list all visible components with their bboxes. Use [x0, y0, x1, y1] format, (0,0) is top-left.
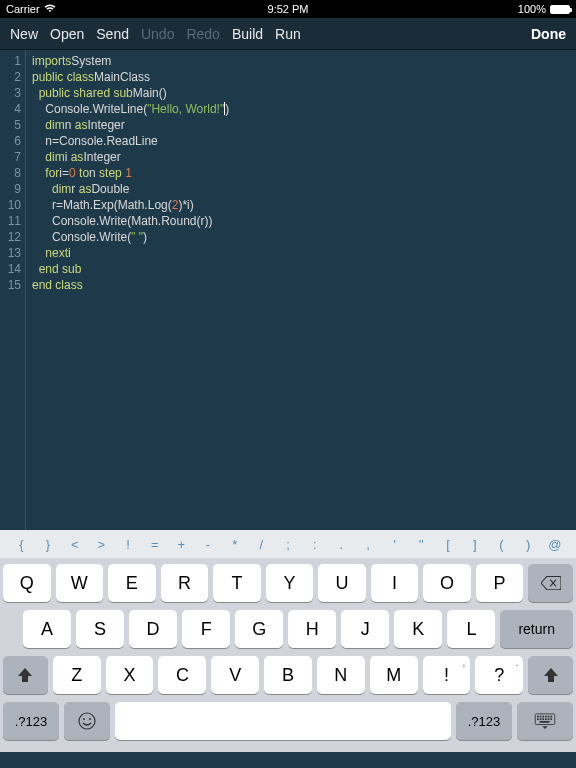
key-m[interactable]: M	[370, 656, 418, 694]
key-t[interactable]: T	[213, 564, 261, 602]
symbol-key[interactable]: {	[8, 537, 35, 552]
send-button[interactable]: Send	[96, 26, 129, 42]
svg-rect-13	[545, 718, 547, 720]
redo-button[interactable]: Redo	[186, 26, 219, 42]
svg-rect-10	[537, 718, 539, 720]
toolbar: New Open Send Undo Redo Build Run Done	[0, 18, 576, 50]
key-punct[interactable]: ?.	[475, 656, 523, 694]
emoji-key[interactable]	[64, 702, 110, 740]
svg-rect-9	[550, 716, 552, 718]
svg-rect-6	[542, 716, 544, 718]
undo-button[interactable]: Undo	[141, 26, 174, 42]
key-g[interactable]: G	[235, 610, 283, 648]
symbol-key[interactable]: ;	[275, 537, 302, 552]
new-button[interactable]: New	[10, 26, 38, 42]
symbol-key[interactable]: :	[301, 537, 328, 552]
svg-rect-11	[540, 718, 542, 720]
keyboard: QWERTYUIOP ASDFGHJKLreturn ZXCVBNM!,?. .…	[0, 558, 576, 752]
symbol-key[interactable]: }	[35, 537, 62, 552]
key-j[interactable]: J	[341, 610, 389, 648]
code-editor[interactable]: 123456789101112131415 importsSystempubli…	[0, 50, 576, 530]
key-y[interactable]: Y	[266, 564, 314, 602]
key-u[interactable]: U	[318, 564, 366, 602]
key-f[interactable]: F	[182, 610, 230, 648]
symbol-key[interactable]: =	[141, 537, 168, 552]
symbol-key[interactable]: [	[435, 537, 462, 552]
run-button[interactable]: Run	[275, 26, 301, 42]
symbol-key[interactable]: ]	[461, 537, 488, 552]
svg-rect-14	[548, 718, 550, 720]
key-a[interactable]: A	[23, 610, 71, 648]
wifi-icon	[44, 3, 56, 15]
svg-rect-4	[537, 716, 539, 718]
key-x[interactable]: X	[106, 656, 154, 694]
key-d[interactable]: D	[129, 610, 177, 648]
symbol-key[interactable]: -	[195, 537, 222, 552]
status-bar: Carrier 9:52 PM 100%	[0, 0, 576, 18]
key-r[interactable]: R	[161, 564, 209, 602]
svg-rect-12	[542, 718, 544, 720]
svg-rect-5	[540, 716, 542, 718]
symbol-key[interactable]: "	[408, 537, 435, 552]
symbol-key[interactable]: *	[221, 537, 248, 552]
key-e[interactable]: E	[108, 564, 156, 602]
key-q[interactable]: Q	[3, 564, 51, 602]
symbol-key[interactable]: ,	[355, 537, 382, 552]
symbol-key[interactable]: /	[248, 537, 275, 552]
battery-icon	[550, 5, 570, 14]
key-l[interactable]: L	[447, 610, 495, 648]
key-c[interactable]: C	[158, 656, 206, 694]
symbol-key[interactable]: )	[515, 537, 542, 552]
key-z[interactable]: Z	[53, 656, 101, 694]
symbol-key[interactable]: (	[488, 537, 515, 552]
key-w[interactable]: W	[56, 564, 104, 602]
symbol-key[interactable]: @	[541, 537, 568, 552]
svg-point-1	[83, 718, 85, 720]
svg-rect-15	[550, 718, 552, 720]
symbol-key[interactable]: >	[88, 537, 115, 552]
build-button[interactable]: Build	[232, 26, 263, 42]
symbol-key[interactable]: +	[168, 537, 195, 552]
symbol-key[interactable]: <	[61, 537, 88, 552]
key-v[interactable]: V	[211, 656, 259, 694]
shift-key-left[interactable]	[3, 656, 48, 694]
svg-rect-16	[540, 721, 550, 723]
code-area[interactable]: importsSystempublic classMainClass publi…	[26, 50, 229, 530]
symbol-key[interactable]: !	[115, 537, 142, 552]
key-h[interactable]: H	[288, 610, 336, 648]
shift-key-right[interactable]	[528, 656, 573, 694]
key-p[interactable]: P	[476, 564, 524, 602]
key-n[interactable]: N	[317, 656, 365, 694]
mode-key-right[interactable]: .?123	[456, 702, 512, 740]
svg-point-2	[89, 718, 91, 720]
key-punct[interactable]: !,	[423, 656, 471, 694]
svg-rect-7	[545, 716, 547, 718]
svg-point-0	[79, 713, 95, 729]
symbol-shortcut-row: {}<>!=+-*/;:.,'"[]()@	[0, 530, 576, 558]
svg-rect-8	[548, 716, 550, 718]
battery-pct: 100%	[518, 3, 546, 15]
return-key[interactable]: return	[500, 610, 573, 648]
symbol-key[interactable]: '	[381, 537, 408, 552]
line-gutter: 123456789101112131415	[0, 50, 26, 530]
symbol-key[interactable]: .	[328, 537, 355, 552]
backspace-key[interactable]	[528, 564, 573, 602]
carrier-label: Carrier	[6, 3, 40, 15]
clock: 9:52 PM	[268, 3, 309, 15]
hide-keyboard-key[interactable]	[517, 702, 573, 740]
key-b[interactable]: B	[264, 656, 312, 694]
space-key[interactable]	[115, 702, 451, 740]
key-o[interactable]: O	[423, 564, 471, 602]
open-button[interactable]: Open	[50, 26, 84, 42]
key-k[interactable]: K	[394, 610, 442, 648]
key-s[interactable]: S	[76, 610, 124, 648]
key-i[interactable]: I	[371, 564, 419, 602]
done-button[interactable]: Done	[531, 26, 566, 42]
mode-key-left[interactable]: .?123	[3, 702, 59, 740]
